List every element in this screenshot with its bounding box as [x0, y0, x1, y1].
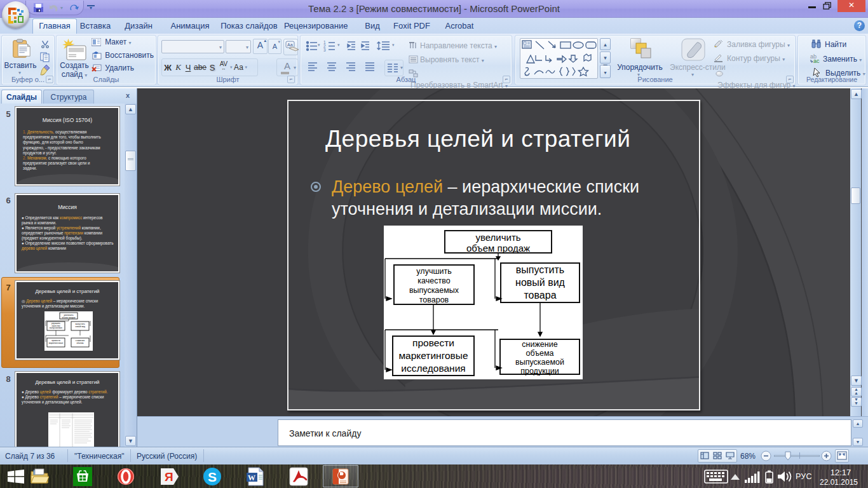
svg-text:новый вид: новый вид	[75, 325, 85, 328]
svg-text:Аа: Аа	[287, 43, 293, 47]
svg-text:W: W	[248, 473, 255, 482]
svg-text:Я: Я	[165, 470, 173, 484]
svg-text:S: S	[208, 470, 217, 484]
svg-text:объема: объема	[76, 342, 83, 344]
svg-text:выпускаемых: выпускаемых	[50, 327, 62, 329]
svg-text:объем продаж: объем продаж	[62, 316, 76, 319]
svg-text:3: 3	[323, 48, 326, 52]
svg-text:ac: ac	[813, 58, 820, 64]
svg-text:маркетинговые: маркетинговые	[49, 342, 64, 344]
